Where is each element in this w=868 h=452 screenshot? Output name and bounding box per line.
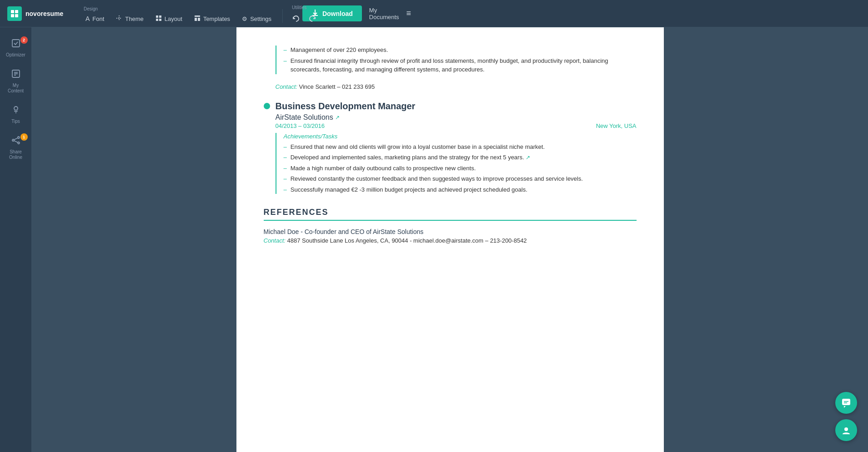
share-online-label: Share Online [6, 149, 26, 160]
nav-divider [282, 9, 283, 23]
theme-icon [116, 15, 122, 23]
design-group: Design A Font Theme [80, 6, 277, 25]
tips-label: Tips [11, 119, 20, 124]
svg-rect-7 [159, 19, 161, 21]
share-online-badge: 1 [20, 133, 28, 141]
svg-point-18 [18, 137, 20, 138]
nav-groups: Design A Font Theme [80, 0, 320, 26]
achievement-item: – Made a high number of daily outbound c… [284, 164, 637, 173]
job-company: AirState Solutions ↗ [276, 113, 637, 122]
resume-document: – Management of over 220 employees. – En… [236, 27, 664, 452]
svg-rect-1 [15, 10, 18, 13]
content-area: – Management of over 220 employees. – En… [32, 27, 868, 452]
partial-job-entry: – Management of over 220 employees. – En… [264, 46, 637, 90]
undo-button[interactable] [288, 11, 304, 26]
main-layout: 2 Optimizer My Content [0, 27, 868, 452]
layout-button[interactable]: Layout [150, 12, 188, 25]
achievement-item: – Developed and implemented sales, marke… [284, 153, 637, 162]
references-title: REFERENCES [264, 208, 637, 221]
chat-button-2[interactable] [835, 419, 857, 441]
svg-point-26 [844, 427, 848, 431]
reference-contact: Contact: 4887 Southside Lane Los Angeles… [264, 237, 637, 244]
achievements-label: Achievements/Tasks [284, 133, 637, 140]
design-label: Design [80, 6, 98, 11]
svg-rect-3 [15, 14, 18, 17]
svg-rect-5 [159, 15, 161, 18]
sidebar: 2 Optimizer My Content [0, 27, 32, 452]
top-navigation: novoresume Design A Font [0, 0, 868, 27]
hamburger-button[interactable]: ≡ [406, 9, 411, 18]
utilities-label: Utilities [288, 5, 306, 10]
svg-rect-2 [11, 14, 14, 17]
svg-rect-23 [842, 399, 850, 405]
achievement-item: – Reviewed constantly the customer feedb… [284, 174, 637, 183]
sidebar-item-share-online[interactable]: 1 Share Online [2, 132, 30, 164]
nav-right: Download My Documents ≡ [320, 5, 411, 21]
theme-button[interactable]: Theme [110, 12, 149, 25]
svg-line-22 [14, 141, 18, 142]
sidebar-item-tips[interactable]: Tips [2, 101, 30, 128]
settings-button[interactable]: ⚙ Settings [236, 13, 277, 25]
reference-name: Michael Doe - Co-founder and CEO of AirS… [264, 228, 637, 235]
contact-line: Contact: Vince Scarlett – 021 233 695 [276, 83, 637, 90]
external-link-icon-2[interactable]: ↗ [526, 154, 530, 161]
job-dates: 04/2013 – 03/2016 [276, 122, 325, 129]
sidebar-item-my-content[interactable]: My Content [2, 65, 30, 97]
achievement-item: – Ensured that new and old clients will … [284, 142, 637, 152]
font-button[interactable]: A Font [80, 12, 110, 25]
font-icon: A [85, 15, 90, 22]
references-section: REFERENCES Michael Doe - Co-founder and … [264, 208, 637, 244]
chat-buttons [835, 392, 857, 441]
templates-icon [194, 15, 201, 23]
svg-point-20 [18, 142, 20, 144]
achievement-item: – Ensured financial integrity through re… [284, 56, 637, 74]
svg-rect-6 [156, 19, 158, 21]
job-meta: 04/2013 – 03/2016 New York, USA [276, 122, 637, 129]
templates-button[interactable]: Templates [189, 12, 236, 25]
partial-achievements: – Management of over 220 employees. – En… [276, 46, 637, 74]
utilities-group: Utilities [288, 5, 320, 26]
tips-icon [11, 105, 21, 117]
utilities-buttons [288, 11, 320, 26]
job-title: Business Development Manager [276, 101, 416, 112]
brand-name: novoresume [25, 10, 63, 17]
logo-area: novoresume [7, 6, 80, 21]
optimizer-badge: 2 [20, 36, 28, 44]
layout-icon [156, 15, 162, 23]
svg-rect-10 [198, 18, 200, 21]
svg-line-21 [14, 138, 18, 140]
sidebar-item-optimizer[interactable]: 2 Optimizer [2, 35, 30, 61]
optimizer-label: Optimizer [6, 52, 25, 58]
job-entry-bdm: Business Development Manager AirState So… [264, 101, 637, 194]
design-buttons: A Font Theme [80, 12, 277, 25]
job-location: New York, USA [596, 122, 637, 129]
my-content-icon [11, 69, 21, 81]
svg-point-16 [14, 107, 18, 110]
logo-icon [7, 6, 22, 21]
svg-rect-11 [12, 40, 20, 47]
my-documents-link[interactable]: My Documents [369, 7, 399, 20]
optimizer-icon [11, 38, 21, 51]
achievements-section: Achievements/Tasks – Ensured that new an… [276, 133, 637, 194]
job-dot [264, 103, 270, 109]
job-header: Business Development Manager [264, 101, 637, 112]
achievement-item: – Successfully managed €2 -3 million bud… [284, 185, 637, 194]
svg-point-19 [12, 139, 14, 141]
svg-rect-8 [195, 15, 200, 17]
redo-button[interactable] [305, 11, 320, 26]
svg-rect-9 [195, 18, 197, 21]
my-content-label: My Content [6, 83, 26, 94]
nav-center: Design A Font Theme [80, 0, 320, 26]
svg-rect-0 [11, 10, 14, 13]
external-link-icon[interactable]: ↗ [335, 114, 340, 121]
achievement-item: – Management of over 220 employees. [284, 46, 637, 55]
svg-rect-4 [156, 15, 158, 18]
settings-icon: ⚙ [242, 15, 247, 22]
chat-button-1[interactable] [835, 392, 857, 414]
share-online-icon [11, 135, 21, 147]
